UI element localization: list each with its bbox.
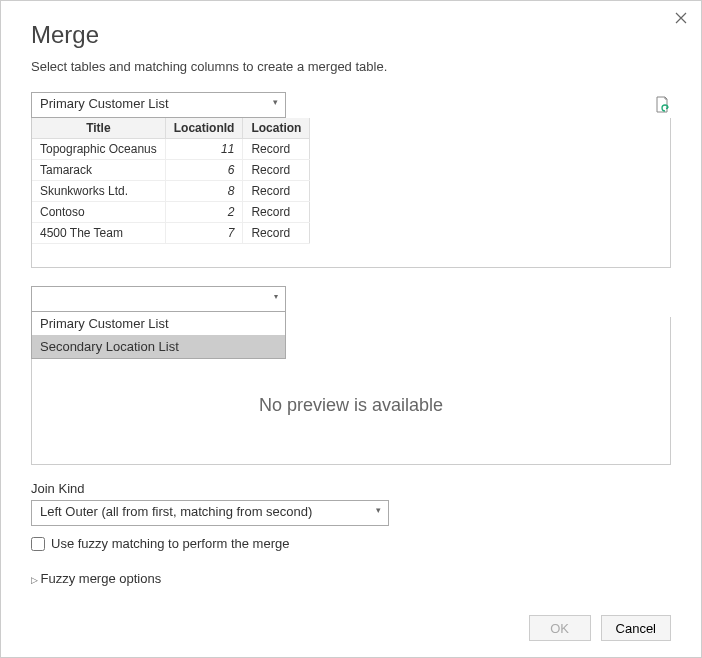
join-kind-label: Join Kind xyxy=(31,481,671,496)
no-preview-text: No preview is available xyxy=(259,395,443,416)
second-table-select[interactable] xyxy=(31,286,286,312)
merge-dialog: Merge Select tables and matching columns… xyxy=(0,0,702,658)
cancel-button[interactable]: Cancel xyxy=(601,615,671,641)
first-table-select-value: Primary Customer List xyxy=(40,96,169,111)
dialog-subtitle: Select tables and matching columns to cr… xyxy=(31,59,671,74)
refresh-icon[interactable] xyxy=(653,95,671,115)
fuzzy-matching-label: Use fuzzy matching to perform the merge xyxy=(51,536,289,551)
first-table-preview: Title LocationId Location Topographic Oc… xyxy=(31,118,671,268)
dropdown-item-primary[interactable]: Primary Customer List xyxy=(32,312,285,335)
table-row[interactable]: Tamarack6Record xyxy=(32,160,310,181)
join-kind-value: Left Outer (all from first, matching fro… xyxy=(40,504,312,519)
table-row[interactable]: 4500 The Team7Record xyxy=(32,223,310,244)
dropdown-item-secondary[interactable]: Secondary Location List xyxy=(32,335,285,358)
col-header-title[interactable]: Title xyxy=(32,118,165,139)
dialog-footer: OK Cancel xyxy=(529,615,671,641)
table-row[interactable]: Topographic Oceanus11Record xyxy=(32,139,310,160)
fuzzy-options-expander[interactable]: Fuzzy merge options xyxy=(31,571,671,586)
close-icon[interactable] xyxy=(675,11,687,27)
table-row[interactable]: Contoso2Record xyxy=(32,202,310,223)
dialog-title: Merge xyxy=(31,21,671,49)
preview-table: Title LocationId Location Topographic Oc… xyxy=(32,118,310,244)
col-header-locationid[interactable]: LocationId xyxy=(165,118,243,139)
first-table-select[interactable]: Primary Customer List xyxy=(31,92,286,118)
second-table-dropdown: Primary Customer List Secondary Location… xyxy=(31,312,286,359)
join-kind-select[interactable]: Left Outer (all from first, matching fro… xyxy=(31,500,389,526)
table-row[interactable]: Skunkworks Ltd.8Record xyxy=(32,181,310,202)
ok-button[interactable]: OK xyxy=(529,615,591,641)
col-header-location[interactable]: Location xyxy=(243,118,310,139)
fuzzy-matching-checkbox[interactable] xyxy=(31,537,45,551)
